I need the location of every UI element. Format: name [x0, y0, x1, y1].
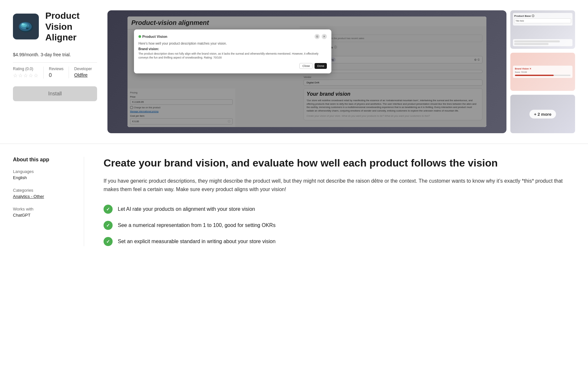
- mockup-dialog: Product Vision ⧉ ✕ Here's how well your …: [134, 29, 331, 73]
- about-heading: About this app: [13, 157, 71, 163]
- top-section: Product Vision Aligner $4.99/month. 3-da…: [0, 0, 588, 144]
- categories-section: Categories Analytics - Other: [13, 188, 71, 199]
- star-3: ☆: [23, 72, 28, 79]
- app-icon: [13, 14, 39, 39]
- dialog-close-button[interactable]: Close: [299, 63, 313, 69]
- screenshot-thumb-3[interactable]: + 2 more: [510, 95, 575, 133]
- star-2: ☆: [18, 72, 23, 79]
- stars: ☆ ☆ ☆ ☆ ☆: [13, 72, 38, 79]
- dialog-subtitle: Here's how well your product description…: [139, 42, 327, 45]
- svg-point-6: [22, 23, 24, 25]
- check-icon-1: [104, 205, 113, 214]
- feature-list: Let AI rate your products on alignment w…: [104, 204, 575, 246]
- dialog-body: The product description does not fully a…: [139, 52, 327, 60]
- app-info-panel: Product Vision Aligner $4.99/month. 3-da…: [13, 10, 97, 101]
- feature-item-2: See a numerical representation from 1 to…: [104, 220, 575, 230]
- dialog-dot: [139, 35, 141, 38]
- app-title: Product Vision Aligner: [45, 10, 97, 43]
- meta-row: Rating (0.0) ☆ ☆ ☆ ☆ ☆ Reviews 0 Develop…: [13, 62, 97, 79]
- star-1: ☆: [13, 72, 17, 79]
- categories-link[interactable]: Analytics - Other: [13, 194, 71, 199]
- feature-text-3: Set an explicit measurable standard in w…: [118, 236, 275, 245]
- feature-item-3: Set an explicit measurable standard in w…: [104, 236, 575, 246]
- developer-item: Developer Oldfire: [74, 67, 97, 78]
- feature-text-1: Let AI rate your products on alignment w…: [118, 204, 255, 213]
- screenshot-thumb-2[interactable]: Brand Vision ✕ Score: 70/100: [510, 53, 575, 91]
- works-with-value: ChatGPT: [13, 213, 71, 218]
- categories-label: Categories: [13, 188, 71, 193]
- reviews-count: 0: [49, 72, 63, 78]
- dialog-titlebar: Product Vision ⧉ ✕: [139, 34, 327, 39]
- developer-link[interactable]: Oldfire: [74, 72, 92, 78]
- install-button[interactable]: Install: [13, 86, 97, 101]
- dialog-heading: Brand vision:: [139, 47, 327, 51]
- feature-item-1: Let AI rate your products on alignment w…: [104, 204, 575, 214]
- feature-text-2: See a numerical representation from 1 to…: [118, 220, 275, 229]
- content-paragraph: If you have generic product descriptions…: [104, 177, 575, 193]
- main-screenshot[interactable]: Product-vision alignment Product Vision: [107, 10, 506, 133]
- reviews-label: Reviews: [49, 67, 63, 71]
- side-thumbnails: Product Base ⓘ Title field Brand Vision …: [510, 10, 575, 133]
- dialog-app-name: Product Vision: [139, 35, 167, 38]
- screenshots-area: Product-vision alignment Product Vision: [107, 10, 575, 133]
- reviews-item: Reviews 0: [49, 67, 69, 78]
- check-icon-2: [104, 221, 113, 230]
- star-5: ☆: [34, 72, 38, 79]
- bottom-section: About this app Languages English Categor…: [0, 144, 588, 259]
- star-4: ☆: [28, 72, 33, 79]
- main-content: Create your brand vision, and evaluate h…: [84, 157, 575, 246]
- app-header-row: Product Vision Aligner: [13, 10, 97, 43]
- dialog-icons: ⧉ ✕: [315, 34, 327, 39]
- works-with-section: Works with ChatGPT: [13, 207, 71, 218]
- rating-item: Rating (0.0) ☆ ☆ ☆ ☆ ☆: [13, 67, 44, 79]
- languages-section: Languages English: [13, 169, 71, 180]
- dialog-done-button[interactable]: Done: [315, 63, 327, 69]
- mockup-inner: Product-vision alignment Product Vision: [128, 16, 487, 127]
- svg-point-7: [26, 28, 28, 29]
- dialog-icon-close[interactable]: ✕: [322, 34, 327, 39]
- screenshot-mockup: Product-vision alignment Product Vision: [107, 10, 506, 133]
- pricing-text: $4.99/month. 3-day free trial.: [13, 52, 97, 57]
- dialog-footer: Close Done: [139, 63, 327, 69]
- dialog-icon-copy[interactable]: ⧉: [315, 34, 320, 39]
- content-heading: Create your brand vision, and evaluate h…: [104, 157, 575, 169]
- languages-value: English: [13, 175, 71, 180]
- screenshot-thumb-1[interactable]: Product Base ⓘ Title field: [510, 10, 575, 49]
- developer-label: Developer: [74, 67, 92, 71]
- languages-label: Languages: [13, 169, 71, 174]
- works-with-label: Works with: [13, 207, 71, 211]
- rating-label: Rating (0.0): [13, 67, 38, 71]
- more-badge: + 2 more: [529, 110, 556, 118]
- check-icon-3: [104, 237, 113, 246]
- sidebar-info: About this app Languages English Categor…: [13, 157, 84, 246]
